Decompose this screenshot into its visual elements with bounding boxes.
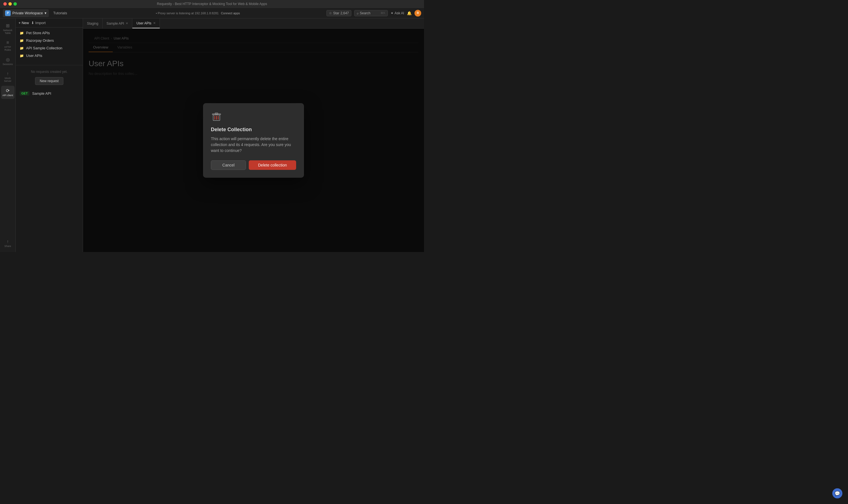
share-icon: ↑ bbox=[7, 239, 9, 244]
main-content: Staging Sample API ✕ User APIs ✕ API Cli… bbox=[83, 18, 424, 252]
star-label: Star bbox=[333, 11, 339, 15]
new-request-button[interactable]: New request bbox=[35, 77, 64, 85]
modal-icon-wrapper bbox=[211, 111, 296, 122]
page-content: API Client › User APIs Overview Variable… bbox=[83, 29, 424, 252]
delete-collection-modal: Delete Collection This action will perma… bbox=[203, 103, 304, 178]
star-button[interactable]: ☆ Star 2,647 bbox=[326, 10, 351, 16]
modal-buttons: Cancel Delete collection bbox=[211, 160, 296, 170]
traffic-lights bbox=[3, 2, 17, 6]
notifications-button[interactable]: 🔔 bbox=[407, 11, 412, 15]
sidebar-item-label-network: NetworkTable bbox=[3, 29, 12, 35]
folder-icon: 📁 bbox=[20, 54, 24, 58]
sidebar-item-label-http: HTTP Rules bbox=[2, 46, 14, 51]
no-requests-text: No requests created yet. bbox=[16, 70, 83, 74]
sidebar-item-network-table[interactable]: ⊞ NetworkTable bbox=[1, 21, 15, 37]
tab-sample-api-label: Sample API bbox=[107, 22, 124, 25]
collection-list: 📁 Pet Store APIs 📁 Razorpay Orders 📁 API… bbox=[16, 28, 83, 252]
collection-name: Razorpay Orders bbox=[26, 38, 54, 42]
tab-staging[interactable]: Staging bbox=[83, 18, 103, 28]
collection-item-sample[interactable]: 📁 API Sample Collection bbox=[16, 44, 83, 52]
trash-icon bbox=[211, 111, 222, 122]
collection-item-razorpay[interactable]: 📁 Razorpay Orders bbox=[16, 37, 83, 44]
request-row-sample-api[interactable]: GET Sample API bbox=[16, 89, 83, 97]
request-name: Sample API bbox=[32, 91, 51, 95]
cancel-button[interactable]: Cancel bbox=[211, 160, 246, 170]
tab-sample-api[interactable]: Sample API ✕ bbox=[103, 18, 132, 28]
sidebar-item-api-client[interactable]: ⟳ API client bbox=[1, 86, 15, 99]
sessions-icon: ◎ bbox=[6, 57, 10, 62]
sidebar-item-sessions[interactable]: ◎ Sessions bbox=[1, 55, 15, 68]
user-avatar[interactable]: R bbox=[414, 10, 421, 17]
close-tab-user-apis[interactable]: ✕ bbox=[153, 21, 156, 25]
ask-ai-label: Ask AI bbox=[394, 11, 404, 15]
star-count: 2,647 bbox=[340, 11, 349, 15]
ai-icon: ✦ bbox=[391, 11, 393, 15]
navbar: P Private Workspace ▾ Tutorials • Proxy … bbox=[0, 8, 424, 18]
minimize-button[interactable] bbox=[8, 2, 12, 6]
network-table-icon: ⊞ bbox=[6, 23, 10, 28]
sidebar-item-label-sessions: Sessions bbox=[2, 63, 13, 66]
http-rules-icon: ≡ bbox=[6, 40, 9, 45]
import-button[interactable]: ⬇ Import bbox=[31, 21, 46, 25]
no-requests-section: No requests created yet. New request bbox=[16, 65, 83, 85]
search-shortcut: ⌘K bbox=[381, 12, 385, 15]
collections-toolbar: + New ⬇ Import bbox=[16, 18, 83, 28]
collection-name: User APIs bbox=[26, 54, 42, 58]
collection-name: API Sample Collection bbox=[26, 46, 62, 50]
method-get-badge: GET bbox=[20, 91, 30, 95]
mock-server-icon: ↑ bbox=[7, 71, 9, 76]
workspace-avatar: P bbox=[5, 11, 11, 16]
sidebar-item-mock-server[interactable]: ↑ Mock Server bbox=[1, 69, 15, 85]
workspace-name: Private Workspace bbox=[12, 11, 43, 15]
sidebar-item-label-mock: Mock Server bbox=[2, 77, 14, 83]
collection-name: Pet Store APIs bbox=[26, 31, 50, 35]
app-container: P Private Workspace ▾ Tutorials • Proxy … bbox=[0, 8, 424, 252]
close-button[interactable] bbox=[3, 2, 7, 6]
modal-body: This action will permanently delete the … bbox=[211, 136, 296, 154]
folder-icon: 📁 bbox=[20, 46, 24, 50]
proxy-status: • Proxy server is listening at 192.168.1… bbox=[156, 12, 219, 15]
folder-icon: 📁 bbox=[20, 39, 24, 42]
modal-overlay: Delete Collection This action will perma… bbox=[83, 29, 424, 252]
tutorials-button[interactable]: Tutorials bbox=[51, 10, 69, 16]
content-area: ⊞ NetworkTable ≡ HTTP Rules ◎ Sessions ↑… bbox=[0, 18, 424, 252]
navbar-right: ☆ Star 2,647 ⌕ Search ⌘K ✦ Ask AI 🔔 R bbox=[326, 10, 421, 17]
tab-staging-label: Staging bbox=[87, 22, 99, 25]
sidebar-icons: ⊞ NetworkTable ≡ HTTP Rules ◎ Sessions ↑… bbox=[0, 18, 16, 252]
connect-apps-button[interactable]: Connect apps bbox=[221, 12, 240, 15]
workspace-button[interactable]: P Private Workspace ▾ bbox=[3, 9, 49, 17]
delete-collection-button[interactable]: Delete collection bbox=[249, 160, 296, 170]
folder-icon: 📁 bbox=[20, 31, 24, 35]
tabs-bar: Staging Sample API ✕ User APIs ✕ bbox=[83, 18, 424, 29]
window-title: Requestly - Best HTTP Interceptor & Mock… bbox=[157, 2, 267, 6]
tab-user-apis[interactable]: User APIs ✕ bbox=[132, 18, 160, 28]
sidebar-item-http-rules[interactable]: ≡ HTTP Rules bbox=[1, 38, 15, 54]
search-icon: ⌕ bbox=[357, 11, 359, 15]
new-button[interactable]: + New bbox=[18, 21, 29, 25]
maximize-button[interactable] bbox=[14, 2, 17, 6]
modal-title: Delete Collection bbox=[211, 127, 296, 132]
collection-item-user-apis[interactable]: 📁 User APIs bbox=[16, 52, 83, 59]
ask-ai-button[interactable]: ✦ Ask AI bbox=[391, 11, 404, 15]
chevron-down-icon: ▾ bbox=[45, 11, 47, 15]
titlebar: Requestly - Best HTTP Interceptor & Mock… bbox=[0, 0, 424, 8]
collections-panel: + New ⬇ Import 📁 Pet Store APIs 📁 Razorp… bbox=[16, 18, 83, 252]
collection-item-petstore[interactable]: 📁 Pet Store APIs bbox=[16, 29, 83, 37]
trash-icon-container bbox=[211, 111, 222, 122]
api-client-section: GET Sample API bbox=[16, 89, 83, 97]
sidebar-item-label-share: Share bbox=[4, 245, 11, 248]
close-tab-sample-api[interactable]: ✕ bbox=[126, 22, 128, 25]
navbar-center: • Proxy server is listening at 192.168.1… bbox=[71, 12, 324, 15]
sidebar-item-share[interactable]: ↑ Share bbox=[1, 237, 15, 250]
search-placeholder: Search bbox=[360, 11, 370, 15]
sidebar-item-label-api: API client bbox=[2, 94, 13, 97]
star-icon: ☆ bbox=[329, 11, 332, 15]
api-client-icon: ⟳ bbox=[6, 88, 10, 93]
divider bbox=[16, 65, 83, 65]
tab-user-apis-label: User APIs bbox=[136, 21, 151, 25]
search-button[interactable]: ⌕ Search ⌘K bbox=[354, 10, 388, 16]
